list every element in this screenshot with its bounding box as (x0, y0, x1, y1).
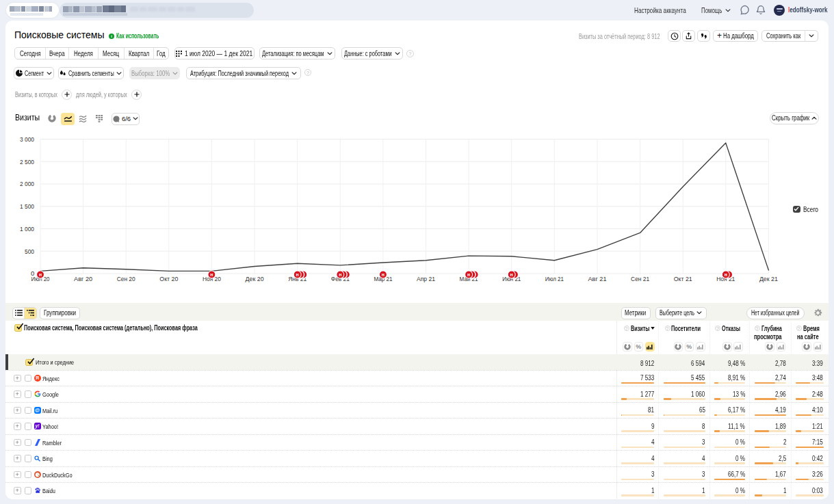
svg-text:н: н (296, 272, 299, 277)
svg-text:н: н (725, 272, 727, 277)
svg-text:Авг 21: Авг 21 (588, 275, 607, 282)
svg-text:Окт 21: Окт 21 (674, 275, 692, 282)
svg-text:н: н (210, 272, 213, 277)
svg-text:Июл 21: Июл 21 (545, 275, 564, 282)
svg-text:Дек 21: Дек 21 (759, 275, 778, 282)
svg-text:Окт 20: Окт 20 (159, 275, 178, 282)
svg-text:500: 500 (25, 248, 34, 255)
svg-text:н: н (39, 272, 42, 277)
svg-text:Дек 20: Дек 20 (246, 275, 264, 282)
svg-text:Авг 20: Авг 20 (74, 275, 92, 282)
svg-text:3 000: 3 000 (20, 135, 34, 143)
svg-text:2 500: 2 500 (20, 158, 34, 165)
svg-text:н: н (382, 272, 385, 277)
svg-text:н: н (339, 272, 341, 277)
svg-text:2 000: 2 000 (20, 180, 34, 187)
svg-text:н: н (467, 272, 470, 277)
svg-text:Сен 21: Сен 21 (631, 275, 649, 282)
svg-text:1 000: 1 000 (20, 225, 34, 233)
svg-text:н: н (510, 272, 513, 277)
svg-text:Апр 21: Апр 21 (417, 275, 435, 282)
svg-text:Сен 20: Сен 20 (117, 275, 135, 282)
svg-text:1 500: 1 500 (20, 202, 34, 210)
